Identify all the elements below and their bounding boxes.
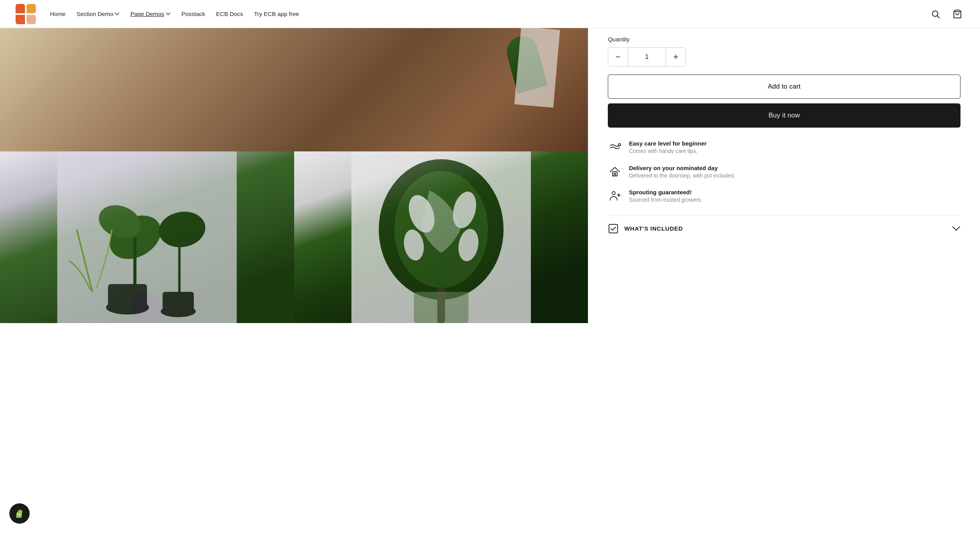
chevron-down-icon [115, 12, 119, 16]
feature-text-care: Easy care level for beginner Comes with … [629, 140, 707, 155]
feature-title-sprouting: Sprouting guaranteed! [629, 189, 702, 195]
whats-included-section: WHAT'S INCLUDED [608, 215, 960, 234]
svg-rect-12 [178, 229, 181, 292]
plus-icon: + [673, 52, 678, 62]
nav-posstack[interactable]: Posstack [181, 11, 205, 17]
buy-now-button[interactable]: Buy it now [608, 103, 960, 128]
svg-rect-21 [414, 292, 468, 323]
product-image-top [0, 28, 588, 151]
svg-point-22 [618, 144, 621, 146]
add-to-cart-button[interactable]: Add to cart [608, 75, 960, 99]
gallery-top-image [0, 28, 588, 151]
logo[interactable] [16, 4, 36, 24]
product-image-bottom-right [294, 151, 588, 323]
feature-title-care: Easy care level for beginner [629, 140, 707, 147]
cart-button[interactable] [950, 7, 964, 21]
nav-left: Home Section Demo Page Demos Posstack EC… [16, 4, 299, 24]
nav-links: Home Section Demo Page Demos Posstack EC… [50, 11, 299, 17]
whats-included-left: WHAT'S INCLUDED [608, 223, 683, 234]
page-content: Quantity − 1 + Add to cart Buy it now [0, 28, 980, 323]
svg-rect-5 [108, 284, 147, 309]
bag-icon [953, 9, 962, 19]
feature-text-sprouting: Sprouting guaranteed! Sourced from trust… [629, 189, 702, 204]
nav-section-demo[interactable]: Section Demo [76, 11, 119, 17]
whats-included-title: WHAT'S INCLUDED [624, 225, 683, 232]
feature-text-delivery: Delivery on your nominated day Delivered… [629, 165, 735, 180]
svg-rect-7 [163, 292, 194, 313]
navbar: Home Section Demo Page Demos Posstack EC… [0, 0, 980, 28]
quantity-increase-button[interactable]: + [666, 48, 685, 66]
search-icon [931, 9, 940, 19]
product-image-bottom-left [0, 151, 294, 323]
nav-try-ecb[interactable]: Try ECB app free [254, 11, 299, 17]
nav-page-demos[interactable]: Page Demos [130, 11, 170, 17]
person-plus-icon [608, 189, 622, 203]
svg-rect-28 [609, 224, 618, 233]
feature-desc-delivery: Delivered to the doorstep, with pot incl… [629, 172, 735, 180]
product-panel: Quantity − 1 + Add to cart Buy it now [588, 28, 980, 323]
home-icon [608, 165, 622, 179]
whats-included-header[interactable]: WHAT'S INCLUDED [608, 223, 960, 234]
svg-rect-23 [612, 172, 617, 176]
svg-rect-11 [133, 237, 137, 284]
nav-right [929, 7, 964, 21]
chevron-down-icon [166, 12, 170, 16]
feature-item-care: Easy care level for beginner Comes with … [608, 140, 960, 155]
quantity-control: − 1 + [608, 47, 686, 67]
wind-icon [608, 140, 622, 154]
chevron-down-icon [952, 226, 960, 231]
minus-icon: − [616, 52, 621, 62]
quantity-decrease-button[interactable]: − [608, 48, 628, 66]
search-button[interactable] [929, 7, 943, 21]
quantity-value: 1 [628, 48, 666, 66]
checkbox-icon [608, 223, 619, 234]
features-list: Easy care level for beginner Comes with … [608, 140, 960, 204]
feature-title-delivery: Delivery on your nominated day [629, 165, 735, 171]
nav-ecb-docs[interactable]: ECB Docs [216, 11, 243, 17]
feature-item-delivery: Delivery on your nominated day Delivered… [608, 165, 960, 180]
svg-rect-24 [614, 173, 616, 176]
svg-point-25 [612, 192, 615, 195]
quantity-label: Quantity [608, 36, 960, 43]
feature-item-sprouting: Sprouting guaranteed! Sourced from trust… [608, 189, 960, 204]
feature-desc-care: Comes with handy care tips. [629, 147, 707, 155]
gallery-bottom-row [0, 151, 588, 323]
svg-line-1 [937, 16, 940, 18]
nav-home[interactable]: Home [50, 11, 66, 17]
feature-desc-sprouting: Sourced from trusted growers. [629, 196, 702, 204]
gallery-section [0, 28, 588, 323]
